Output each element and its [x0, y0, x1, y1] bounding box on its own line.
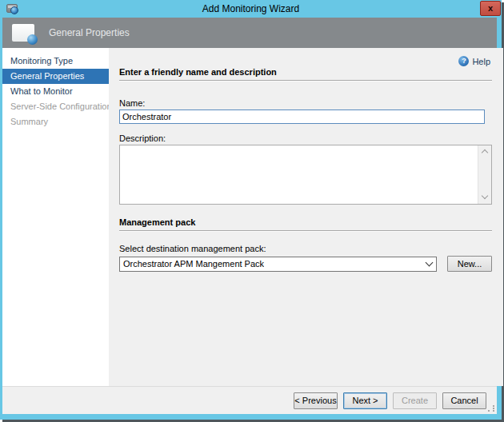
cancel-button[interactable]: Cancel [442, 392, 486, 409]
scroll-down-button[interactable] [478, 191, 491, 204]
management-pack-selected-value: Orchestrator APM Mangement Pack [123, 259, 264, 269]
sidebar-item-server-side-configuration: Server-Side Configuration [2, 99, 109, 114]
chevron-down-icon [482, 193, 488, 199]
description-label: Description: [119, 133, 492, 143]
wizard-app-icon [6, 4, 18, 13]
description-text[interactable] [120, 145, 478, 204]
name-section-heading: Enter a friendly name and description [119, 67, 492, 77]
wizard-steps-sidebar: Monitoring Type General Properties What … [2, 48, 109, 386]
previous-button[interactable]: < Previous [294, 392, 338, 409]
sidebar-item-general-properties[interactable]: General Properties [2, 69, 109, 84]
window-title: Add Monitoring Wizard [202, 3, 299, 14]
name-label: Name: [119, 98, 492, 108]
section-divider [119, 230, 492, 231]
select-management-pack-label: Select destination management pack: [119, 244, 492, 253]
sidebar-item-monitoring-type[interactable]: Monitoring Type [2, 54, 109, 69]
wizard-content-pane: ? Help Enter a friendly name and descrip… [109, 48, 503, 386]
page-title: General Properties [49, 27, 130, 38]
window-frame: General Properties Monitoring Type Gener… [2, 18, 497, 414]
scroll-up-button[interactable] [478, 145, 491, 158]
help-icon: ? [458, 56, 469, 66]
screen: Add Monitoring Wizard x General Properti… [0, 0, 504, 422]
description-textarea[interactable] [119, 145, 492, 205]
new-management-pack-button[interactable]: New... [447, 256, 492, 272]
general-properties-icon [12, 24, 34, 42]
wizard-button-bar: < Previous Next > Create Cancel [2, 386, 497, 414]
title-bar[interactable]: Add Monitoring Wizard x [0, 0, 502, 18]
wizard-body: Monitoring Type General Properties What … [2, 48, 497, 386]
add-monitoring-wizard-window: Add Monitoring Wizard x General Properti… [0, 0, 502, 420]
management-pack-row: Orchestrator APM Mangement Pack New... [119, 256, 492, 272]
sidebar-item-what-to-monitor[interactable]: What to Monitor [2, 84, 109, 99]
chevron-up-icon [482, 149, 488, 156]
dropdown-chevron-icon [426, 258, 434, 266]
description-scrollbar[interactable] [478, 145, 491, 204]
sidebar-item-summary: Summary [2, 114, 109, 129]
help-link[interactable]: ? Help [458, 56, 490, 66]
wizard-page-header: General Properties [2, 18, 497, 48]
name-input[interactable] [119, 109, 485, 124]
management-pack-dropdown[interactable]: Orchestrator APM Mangement Pack [119, 257, 437, 272]
section-divider [119, 80, 492, 81]
resize-grip[interactable] [487, 404, 495, 412]
close-button[interactable]: x [480, 1, 501, 16]
next-button[interactable]: Next > [343, 392, 387, 409]
help-label: Help [472, 57, 490, 66]
management-pack-heading: Management pack [119, 217, 492, 227]
create-button: Create [393, 392, 437, 409]
